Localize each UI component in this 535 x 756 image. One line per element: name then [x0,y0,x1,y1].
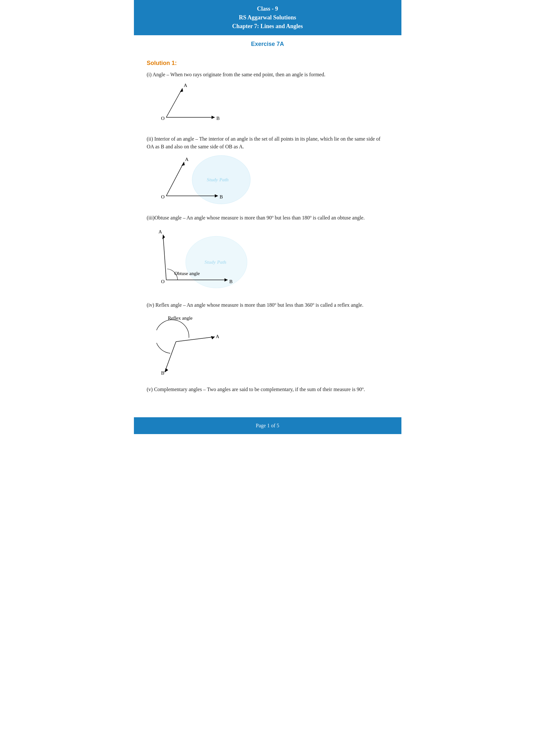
header-class: Class - 9 [140,5,395,13]
interior-angle-diagram: Study Path A O B [156,154,254,205]
svg-text:O: O [161,116,165,121]
svg-text:A: A [216,334,219,339]
header-book: RS Aggarwal Solutions [140,13,395,22]
item-v-text: (v) Complementary angles – Two angles ar… [147,385,388,393]
item-ii-text: (ii) Interior of an angle – The interior… [147,135,388,150]
svg-line-20 [163,235,166,280]
item-i-text: (i) Angle – When two rays originate from… [147,71,388,79]
svg-marker-3 [180,88,183,92]
svg-line-2 [166,88,183,117]
item-iii-text: (iii)Obtuse angle – An angle whose measu… [147,214,388,222]
svg-marker-1 [211,116,215,119]
svg-line-27 [176,337,215,342]
svg-text:A: A [185,157,188,162]
diagram-iv: Reflex angle A B [156,312,388,379]
content-area: Solution 1: (i) Angle – When two rays or… [134,50,401,408]
svg-text:Obtuse angle: Obtuse angle [174,271,200,276]
svg-text:B: B [161,370,164,376]
diagram-ii: Study Path A O B [156,154,388,208]
svg-text:B: B [229,279,233,284]
svg-text:B: B [220,194,223,200]
svg-marker-21 [162,235,165,239]
svg-text:A: A [184,83,187,88]
page-footer: Page 1 of 5 [134,417,401,434]
item-iv-text: (iv) Reflex angle – An angle whose measu… [147,301,388,309]
svg-line-11 [166,162,184,196]
exercise-title: Exercise 7A [134,35,401,50]
reflex-angle-diagram: Reflex angle A B [156,312,238,377]
diagram-i: A O B [156,82,388,129]
svg-marker-31 [165,368,168,372]
page-header: Class - 9 RS Aggarwal Solutions Chapter … [134,0,401,35]
angle-diagram: A O B [156,82,221,127]
svg-text:Study Path: Study Path [207,177,229,182]
header-chapter: Chapter 7: Lines and Angles [140,22,395,31]
obtuse-angle-diagram: Study Path A O B Obtuse angle [156,225,254,293]
svg-text:A: A [158,229,162,234]
item-i-label: (i) [147,72,153,77]
page-number: Page 1 of 5 [256,423,279,428]
svg-line-30 [165,342,176,372]
svg-text:O: O [161,279,165,284]
svg-marker-12 [182,162,185,166]
svg-text:B: B [216,116,220,121]
svg-text:Study Path: Study Path [205,259,226,265]
solution-title: Solution 1: [147,59,388,68]
diagram-iii: Study Path A O B Obtuse angle [156,225,388,295]
svg-text:O: O [161,194,165,200]
